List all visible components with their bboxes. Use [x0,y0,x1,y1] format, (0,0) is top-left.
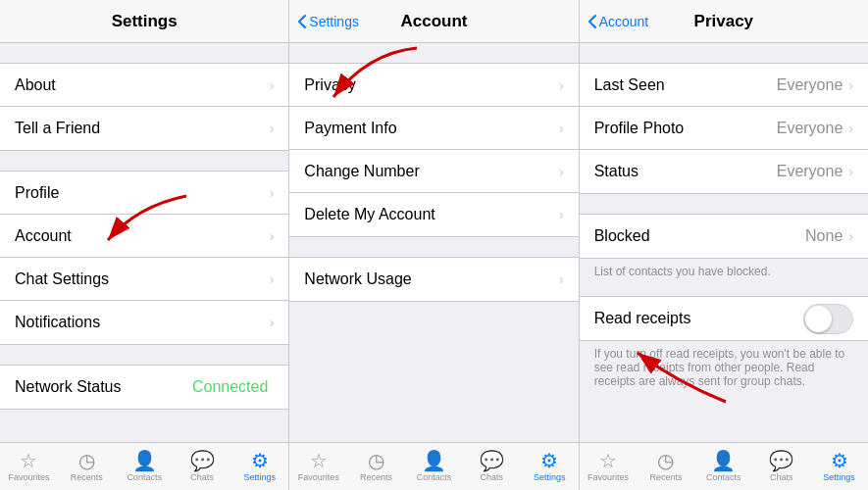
privacy-blocked[interactable]: Blocked None › [580,215,868,258]
tab-settings-1[interactable]: ⚙ Settings [230,443,288,490]
tab-panel-settings: ☆ Favourites ◷ Recents 👤 Contacts 💬 Chat… [0,443,289,490]
settings-account[interactable]: Account › [0,215,288,258]
privacy-panel: Account Privacy Last Seen Everyone › Pro… [580,0,868,442]
privacy-last-seen[interactable]: Last Seen Everyone › [580,64,868,107]
recents-icon: ◷ [78,451,95,470]
privacy-section-2: Blocked None › [580,214,868,259]
settings-icon: ⚙ [540,451,558,470]
chevron-icon: › [848,121,853,136]
settings-network-status: Network Status Connected [0,366,288,409]
tab-recents-2[interactable]: ◷ Recents [347,443,405,490]
tab-favourites-2[interactable]: ☆ Favourites [289,443,347,490]
settings-section-1: About › Tell a Friend › [0,63,288,151]
tab-settings-2[interactable]: ⚙ Settings [521,443,579,490]
chevron-icon: › [559,121,564,136]
tab-recents-3[interactable]: ◷ Recents [638,443,695,490]
favourites-icon: ☆ [20,451,37,470]
chevron-icon: › [270,228,275,244]
account-payment-info[interactable]: Payment Info › [289,107,578,150]
blocked-subtext: List of contacts you have blocked. [580,259,868,286]
account-panel: Settings Account Privacy › Payment Info … [289,0,579,442]
tab-panel-account: ☆ Favourites ◷ Recents 👤 Contacts 💬 Chat… [289,443,579,490]
tab-favourites-3[interactable]: ☆ Favourites [580,443,638,490]
tab-favourites-1[interactable]: ☆ Favourites [0,443,58,490]
tab-contacts-2[interactable]: 👤 Contacts [405,443,463,490]
tab-contacts-1[interactable]: 👤 Contacts [116,443,174,490]
account-privacy[interactable]: Privacy › [289,64,578,107]
tab-bar: ☆ Favourites ◷ Recents 👤 Contacts 💬 Chat… [0,442,868,490]
read-receipts-subtext: If you turn off read receipts, you won't… [580,341,868,396]
read-receipts-toggle[interactable] [803,304,853,334]
privacy-section-1: Last Seen Everyone › Profile Photo Every… [580,63,868,194]
chevron-icon: › [848,164,853,179]
settings-title: Settings [112,12,178,31]
account-header: Settings Account [289,0,578,43]
chevron-icon: › [270,185,275,201]
settings-tell-a-friend[interactable]: Tell a Friend › [0,107,288,150]
chevron-icon: › [270,271,275,287]
settings-icon: ⚙ [831,451,848,470]
tab-recents-1[interactable]: ◷ Recents [58,443,116,490]
settings-profile[interactable]: Profile › [0,172,288,215]
settings-chat-settings[interactable]: Chat Settings › [0,258,288,301]
settings-header: Settings [0,0,288,43]
privacy-title: Privacy [694,12,754,31]
account-change-number[interactable]: Change Number › [289,150,578,193]
chevron-icon: › [848,77,853,93]
account-section-2: Network Usage › [289,257,578,302]
tab-chats-1[interactable]: 💬 Chats [174,443,231,490]
back-chevron-icon [297,14,307,29]
settings-section-2: Profile › Account › Chat Settings › Noti… [0,171,288,345]
chats-icon: 💬 [190,451,215,470]
chats-icon: 💬 [480,451,504,470]
account-delete[interactable]: Delete My Account › [289,193,578,236]
chevron-icon: › [559,271,564,287]
settings-about[interactable]: About › [0,64,288,107]
tab-chats-3[interactable]: 💬 Chats [752,443,810,490]
tab-settings-3[interactable]: ⚙ Settings [810,443,868,490]
network-status-value: Connected [192,378,268,396]
settings-section-3: Network Status Connected [0,365,288,410]
recents-icon: ◷ [657,451,674,470]
chevron-icon: › [559,164,564,179]
privacy-read-receipts[interactable]: Read receipts [580,297,868,340]
settings-panel: Settings About › Tell a Friend › Profile… [0,0,289,442]
privacy-back-button[interactable]: Account [587,14,649,29]
favourites-icon: ☆ [310,451,328,470]
privacy-section-3: Read receipts [580,296,868,341]
privacy-header: Account Privacy [580,0,868,43]
tab-contacts-3[interactable]: 👤 Contacts [694,443,752,490]
tab-chats-2[interactable]: 💬 Chats [463,443,521,490]
account-title: Account [400,12,467,31]
toggle-knob [805,306,832,332]
account-back-button[interactable]: Settings [297,14,359,29]
chats-icon: 💬 [769,451,793,470]
privacy-profile-photo[interactable]: Profile Photo Everyone › [580,107,868,150]
contacts-icon: 👤 [132,451,157,470]
tab-panel-privacy: ☆ Favourites ◷ Recents 👤 Contacts 💬 Chat… [580,443,868,490]
status-value: Everyone [777,163,843,180]
settings-notifications[interactable]: Notifications › [0,301,288,344]
privacy-status[interactable]: Status Everyone › [580,150,868,193]
chevron-icon: › [559,77,564,93]
blocked-value: None [805,227,842,245]
contacts-icon: 👤 [422,451,446,470]
chevron-icon: › [848,228,853,244]
favourites-icon: ☆ [599,451,617,470]
account-network-usage[interactable]: Network Usage › [289,258,578,301]
recents-icon: ◷ [368,451,384,470]
settings-icon: ⚙ [251,451,269,470]
last-seen-value: Everyone [777,76,843,94]
chevron-icon: › [270,77,275,93]
profile-photo-value: Everyone [777,120,843,137]
contacts-icon: 👤 [711,451,736,470]
account-section-1: Privacy › Payment Info › Change Number ›… [289,63,578,237]
chevron-icon: › [559,207,564,222]
back-chevron-icon [587,14,597,29]
chevron-icon: › [270,315,275,330]
chevron-icon: › [270,121,275,136]
